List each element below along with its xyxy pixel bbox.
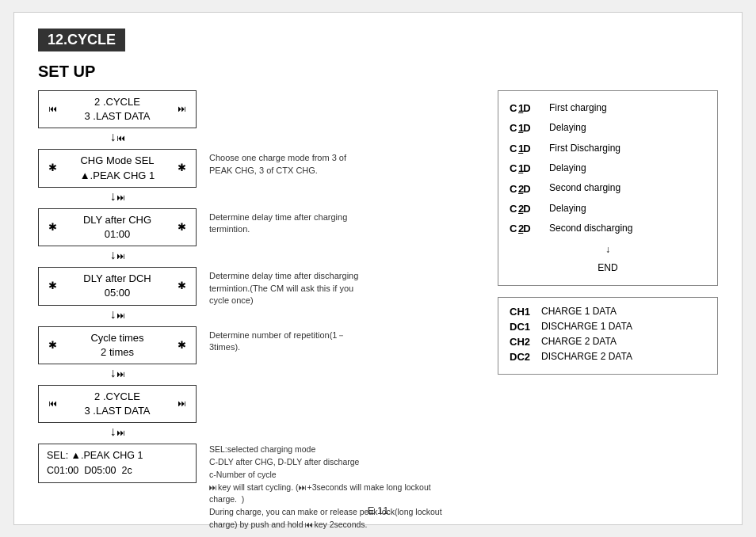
desc-4: Determine delay time after discharging t… xyxy=(209,267,368,307)
legend-row-dc2: DC2 DISCHARGE 2 DATA xyxy=(510,351,706,363)
cycle-code-2: C 1D xyxy=(510,119,541,137)
cycle-row-5: C 2D Second charging xyxy=(510,180,706,198)
box2-text: CHG Mode SEL▲.PEAK CHG 1 xyxy=(57,154,178,182)
cycle-row-2: C 1D Delaying xyxy=(510,119,706,137)
cycle-row-4: C 1D Delaying xyxy=(510,159,706,177)
cycle-label-2: Delaying xyxy=(549,120,586,137)
right-star-3: ✱ xyxy=(178,220,186,234)
right-star-5: ✱ xyxy=(178,338,186,352)
flow-box-3: ✱ DLY after CHG01:00 ✱ xyxy=(38,208,197,246)
right-star-2: ✱ xyxy=(178,161,186,175)
arrow-3: ↓⏭ xyxy=(38,249,197,261)
flow-item-3: ✱ DLY after CHG01:00 ✱ ↓⏭ Determine dela… xyxy=(38,208,482,264)
flow-item-4: ✱ DLY after DCH05:00 ✱ ↓⏭ Determine dela… xyxy=(38,267,482,322)
left-icon-6: ⏮ xyxy=(48,398,57,409)
flow-box-6: ⏮ 2 .CYCLE3 .LAST DATA ⏭ xyxy=(38,385,197,423)
page: 12.CYCLE SET UP ⏮ 2 .CYCLE3 .LAST DATA ⏭ xyxy=(13,12,743,525)
left-star-3: ✱ xyxy=(48,220,57,234)
arrow-2: ↓⏭ xyxy=(38,190,197,203)
desc-3: Determine delay time after charging term… xyxy=(209,208,368,236)
legend-code-ch1: CH1 xyxy=(510,306,535,318)
arrow-5: ↓⏭ xyxy=(38,367,197,379)
flow-box-1: ⏮ 2 .CYCLE3 .LAST DATA ⏭ xyxy=(38,90,197,128)
legend-label-ch1: CHARGE 1 DATA xyxy=(541,306,617,317)
cycle-row-1: C 1D First charging xyxy=(510,99,706,117)
cycle-code-3: C 1D xyxy=(510,139,541,158)
box1-text: 2 .CYCLE3 .LAST DATA xyxy=(57,95,178,124)
right-column: C 1D First charging C 1D Delaying C 1D F… xyxy=(498,90,718,535)
bottom-description: SEL:selected charging mode C-DLY after C… xyxy=(209,444,455,531)
desc-2: Choose one charge mode from 3 of PEAK CH… xyxy=(209,149,368,177)
box5-text: Cycle times2 times xyxy=(57,331,178,360)
page-number: E 11 xyxy=(368,505,389,516)
desc-5: Determine number of repetition(1－3times)… xyxy=(209,326,368,354)
right-star-4: ✱ xyxy=(178,279,186,293)
box4-text: DLY after DCH05:00 xyxy=(57,272,178,300)
bottom-box: SEL: ▲.PEAK CHG 1 C01:00 D05:00 2c xyxy=(38,444,197,483)
cycle-label-4: Delaying xyxy=(549,160,586,177)
cycle-label-1: First charging xyxy=(549,100,607,117)
left-icon-1: ⏮ xyxy=(48,103,57,115)
flow-box-2: ✱ CHG Mode SEL▲.PEAK CHG 1 ✱ xyxy=(38,149,197,187)
main-layout: ⏮ 2 .CYCLE3 .LAST DATA ⏭ ↓⏮ xyxy=(38,90,718,535)
cycle-label-5: Second charging xyxy=(549,180,620,197)
flow-item-bottom: SEL: ▲.PEAK CHG 1 C01:00 D05:00 2c SEL:s… xyxy=(38,444,482,531)
cycle-label-7: Second discharging xyxy=(549,220,632,238)
legend-code-ch2: CH2 xyxy=(510,336,535,348)
cycle-end: ↓ END xyxy=(510,242,706,277)
legend-row-dc1: DC1 DISCHARGE 1 DATA xyxy=(510,321,706,333)
flow-box-4: ✱ DLY after DCH05:00 ✱ xyxy=(38,267,197,305)
setup-title: SET UP xyxy=(38,63,718,81)
cycle-code-1: C 1D xyxy=(510,99,541,117)
flow-item-1: ⏮ 2 .CYCLE3 .LAST DATA ⏭ ↓⏮ xyxy=(38,90,482,146)
right-icon-6: ⏭ xyxy=(178,398,186,409)
legend-row-ch2: CH2 CHARGE 2 DATA xyxy=(510,336,706,348)
data-legend: CH1 CHARGE 1 DATA DC1 DISCHARGE 1 DATA C… xyxy=(498,297,718,375)
page-title: 12.CYCLE xyxy=(38,29,125,51)
flow-item-6: ⏮ 2 .CYCLE3 .LAST DATA ⏭ ↓⏭ xyxy=(38,385,482,440)
cycle-code-7: C 2D xyxy=(510,219,541,238)
cycle-code-5: C 2D xyxy=(510,180,541,198)
cycle-code-4: C 1D xyxy=(510,159,541,177)
cycle-row-3: C 1D First Discharging xyxy=(510,139,706,158)
legend-row-ch1: CH1 CHARGE 1 DATA xyxy=(510,306,706,318)
box3-text: DLY after CHG01:00 xyxy=(57,213,178,242)
right-icon-1: ⏭ xyxy=(178,103,186,115)
end-arrow: ↓ xyxy=(605,242,610,259)
cycle-label-6: Delaying xyxy=(549,200,586,218)
cycle-diagram: C 1D First charging C 1D Delaying C 1D F… xyxy=(498,90,718,286)
end-label: END xyxy=(598,260,617,277)
arrow-6: ↓⏭ xyxy=(38,425,197,438)
cycle-label-3: First Discharging xyxy=(549,140,620,158)
left-star-2: ✱ xyxy=(48,161,57,175)
bottom-line1: SEL: ▲.PEAK CHG 1 xyxy=(47,448,188,463)
box6-text: 2 .CYCLE3 .LAST DATA xyxy=(57,390,178,418)
cycle-row-7: C 2D Second discharging xyxy=(510,219,706,238)
cycle-code-6: C 2D xyxy=(510,200,541,218)
left-star-4: ✱ xyxy=(48,279,57,293)
flow-item-2: ✱ CHG Mode SEL▲.PEAK CHG 1 ✱ ↓⏭ Choose o… xyxy=(38,149,482,204)
legend-label-dc1: DISCHARGE 1 DATA xyxy=(541,321,632,332)
legend-label-dc2: DISCHARGE 2 DATA xyxy=(541,351,632,362)
left-star-5: ✱ xyxy=(48,338,57,352)
bottom-line2: C01:00 D05:00 2c xyxy=(47,463,188,478)
legend-label-ch2: CHARGE 2 DATA xyxy=(541,336,617,347)
cycle-row-6: C 2D Delaying xyxy=(510,200,706,218)
legend-code-dc1: DC1 xyxy=(510,321,535,333)
legend-code-dc2: DC2 xyxy=(510,351,535,363)
left-column: ⏮ 2 .CYCLE3 .LAST DATA ⏭ ↓⏮ xyxy=(38,90,482,535)
arrow-1: ↓⏮ xyxy=(38,131,197,143)
flow-item-5: ✱ Cycle times2 times ✱ ↓⏭ Determine numb… xyxy=(38,326,482,382)
flow-box-5: ✱ Cycle times2 times ✱ xyxy=(38,326,197,364)
arrow-4: ↓⏭ xyxy=(38,308,197,321)
